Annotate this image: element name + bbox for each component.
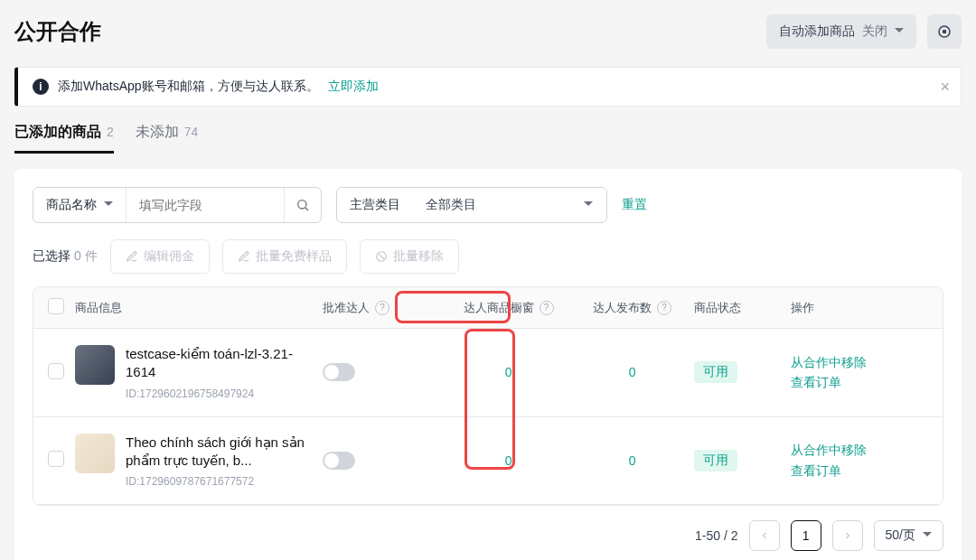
table-row: Theo chính sách giới hạn sản phẩm trực t…: [33, 417, 943, 506]
panel: 商品名称 主营类目 全部类目: [14, 169, 962, 560]
close-icon[interactable]: ×: [940, 78, 950, 97]
approve-toggle[interactable]: [323, 452, 355, 470]
view-orders-link[interactable]: 查看订单: [791, 372, 928, 392]
help-icon[interactable]: ?: [657, 301, 671, 315]
prev-page-button[interactable]: [749, 520, 780, 551]
showcase-count[interactable]: 0: [505, 453, 512, 468]
product-thumbnail: [75, 345, 115, 385]
chevron-down-icon: [104, 198, 113, 213]
category-filter[interactable]: 主营类目 全部类目: [336, 187, 607, 223]
batch-remove-button[interactable]: 批量移除: [360, 239, 459, 274]
showcase-count[interactable]: 0: [505, 365, 512, 379]
product-id: ID:1729602196758497924: [126, 387, 323, 400]
table-row: testcase-kiểm toán-lzl-3.21-1614 ID:1729…: [33, 329, 943, 417]
contact-alert: i 添加WhatsApp账号和邮箱，方便与达人联系。 立即添加 ×: [14, 67, 962, 107]
col-posts: 达人发布数?: [570, 300, 694, 316]
product-thumbnail: [75, 434, 115, 473]
tab-added[interactable]: 已添加的商品 2: [14, 123, 114, 154]
auto-add-label: 自动添加商品: [779, 23, 855, 40]
row-checkbox[interactable]: [48, 363, 64, 379]
posts-count[interactable]: 0: [629, 453, 636, 468]
svg-point-1: [943, 31, 946, 33]
product-id: ID:1729609787671677572: [126, 475, 323, 488]
pagination: 1-50 / 2 1 50/页: [33, 520, 943, 551]
svg-line-3: [305, 208, 308, 210]
reset-filters[interactable]: 重置: [622, 197, 647, 213]
col-product: 商品信息: [75, 300, 323, 316]
svg-line-5: [379, 254, 384, 259]
location-icon-button[interactable]: [927, 14, 962, 49]
approve-toggle[interactable]: [323, 363, 355, 381]
pagination-range: 1-50 / 2: [695, 528, 737, 543]
auto-add-state: 关闭: [862, 23, 887, 40]
remove-link[interactable]: 从合作中移除: [791, 352, 928, 372]
batch-sample-button[interactable]: 批量免费样品: [222, 239, 347, 274]
header-actions: 自动添加商品 关闭: [766, 14, 962, 49]
col-actions: 操作: [791, 300, 928, 316]
tabs: 已添加的商品 2 未添加 74: [14, 123, 962, 154]
edit-commission-button[interactable]: 编辑佣金: [110, 239, 210, 274]
page-title: 公开合作: [14, 17, 101, 46]
category-value: 全部类目: [426, 197, 476, 213]
table-header: 商品信息 批准达人? 达人商品橱窗? 达人发布数? 商品状态 操作: [33, 287, 943, 329]
chevron-down-icon: [570, 198, 606, 213]
alert-text: 添加WhatsApp账号和邮箱，方便与达人联系。: [58, 79, 319, 95]
tab-added-count: 2: [107, 125, 114, 139]
alert-add-link[interactable]: 立即添加: [328, 79, 379, 95]
status-badge: 可用: [694, 361, 737, 383]
search-field-select[interactable]: 商品名称: [33, 188, 126, 222]
col-status: 商品状态: [694, 300, 791, 316]
chevron-down-icon: [923, 528, 932, 544]
tab-notadded[interactable]: 未添加 74: [136, 123, 199, 154]
search-input[interactable]: [139, 188, 271, 222]
next-page-button[interactable]: [832, 520, 863, 551]
selected-count: 已选择 0 件: [33, 248, 98, 265]
page-size-select[interactable]: 50/页: [874, 520, 943, 551]
col-showcase: 达人商品橱窗?: [446, 300, 570, 316]
product-name[interactable]: testcase-kiểm toán-lzl-3.21-1614: [126, 345, 323, 382]
search-combo: 商品名称: [33, 187, 322, 223]
auto-add-products-toggle[interactable]: 自动添加商品 关闭: [766, 14, 916, 49]
remove-link[interactable]: 从合作中移除: [791, 440, 928, 460]
svg-point-2: [298, 201, 306, 209]
product-name[interactable]: Theo chính sách giới hạn sản phẩm trực t…: [126, 434, 323, 471]
chevron-down-icon: [895, 24, 904, 40]
info-icon: i: [33, 79, 49, 95]
help-icon[interactable]: ?: [540, 301, 554, 315]
row-checkbox[interactable]: [48, 451, 64, 467]
search-field-label: 商品名称: [46, 197, 97, 213]
col-approve: 批准达人?: [323, 300, 446, 316]
tab-added-label: 已添加的商品: [14, 123, 101, 142]
page-1-button[interactable]: 1: [791, 520, 821, 551]
tab-notadded-count: 74: [184, 125, 199, 139]
category-label: 主营类目: [350, 197, 400, 213]
posts-count[interactable]: 0: [629, 365, 636, 379]
search-button[interactable]: [285, 198, 321, 212]
status-badge: 可用: [694, 450, 737, 471]
view-orders-link[interactable]: 查看订单: [791, 461, 928, 481]
select-all-checkbox[interactable]: [48, 298, 64, 314]
products-table: 商品信息 批准达人? 达人商品橱窗? 达人发布数? 商品状态 操作 testca…: [33, 286, 943, 506]
tab-notadded-label: 未添加: [136, 123, 179, 142]
help-icon[interactable]: ?: [375, 301, 389, 315]
